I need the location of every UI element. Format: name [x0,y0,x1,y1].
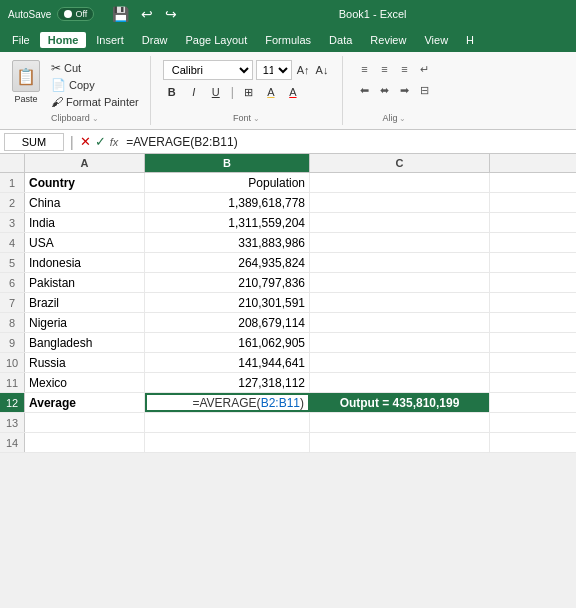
border-button[interactable]: ⊞ [240,83,258,101]
cell-a[interactable]: Nigeria [25,313,145,332]
bold-button[interactable]: B [163,83,181,101]
font-expand-icon[interactable]: ⌄ [253,114,260,123]
undo-icon[interactable]: ↩ [141,6,153,22]
cell-a[interactable] [25,413,145,432]
menu-review[interactable]: Review [362,32,414,48]
col-header-b[interactable]: B [145,154,310,172]
cell-c[interactable] [310,173,490,192]
menu-data[interactable]: Data [321,32,360,48]
align-top-center-button[interactable]: ≡ [375,60,393,78]
row-number: 1 [0,173,25,192]
row-num-header [0,154,25,172]
clipboard-group: 📋 Paste ✂ Cut 📄 Copy 🖌 Format Painter [8,56,151,125]
cell-b[interactable]: 141,944,641 [145,353,310,372]
align-top-right-button[interactable]: ≡ [395,60,413,78]
format-painter-button[interactable]: 🖌 Format Painter [48,94,142,110]
cell-a[interactable] [25,433,145,452]
cell-b[interactable]: 208,679,114 [145,313,310,332]
font-name-select[interactable]: Calibri [163,60,253,80]
table-row: 6Pakistan210,797,836 [0,273,576,293]
cell-b[interactable]: 1,311,559,204 [145,213,310,232]
redo-icon[interactable]: ↪ [165,6,177,22]
cell-a[interactable]: Russia [25,353,145,372]
cell-b[interactable]: 161,062,905 [145,333,310,352]
italic-button[interactable]: I [185,83,203,101]
copy-label: Copy [69,79,95,91]
font-shrink-button[interactable]: A↓ [314,64,331,76]
cell-c[interactable] [310,433,490,452]
save-icon[interactable]: 💾 [112,6,129,22]
cell-c[interactable] [310,353,490,372]
align-left-button[interactable]: ⬅ [355,81,373,99]
copy-button[interactable]: 📄 Copy [48,77,142,93]
cell-c[interactable] [310,193,490,212]
wrap-text-button[interactable]: ↵ [415,60,433,78]
align-area: ≡ ≡ ≡ ↵ ⬅ ⬌ ➡ ⊟ [351,58,437,101]
cell-b[interactable] [145,433,310,452]
cell-a[interactable]: Mexico [25,373,145,392]
cell-a[interactable]: Pakistan [25,273,145,292]
menu-file[interactable]: File [4,32,38,48]
font-group-label: Font ⌄ [233,113,260,125]
merge-button[interactable]: ⊟ [415,81,433,99]
align-center-button[interactable]: ⬌ [375,81,393,99]
name-box[interactable] [4,133,64,151]
menu-h[interactable]: H [458,32,482,48]
cell-a[interactable]: Indonesia [25,253,145,272]
cell-b[interactable]: =AVERAGE(B2:B11) [145,393,310,412]
cell-a[interactable]: USA [25,233,145,252]
cell-b[interactable]: 1,389,618,778 [145,193,310,212]
table-row: 7Brazil210,301,591 [0,293,576,313]
cell-a[interactable]: Average [25,393,145,412]
cell-c[interactable] [310,253,490,272]
cell-b[interactable]: 264,935,824 [145,253,310,272]
cell-a[interactable]: India [25,213,145,232]
clipboard-label-text: Clipboard [51,113,90,123]
cell-b[interactable]: 210,797,836 [145,273,310,292]
clipboard-expand-icon[interactable]: ⌄ [92,114,99,123]
align-right-button[interactable]: ➡ [395,81,413,99]
cell-b[interactable] [145,413,310,432]
cell-a[interactable]: Country [25,173,145,192]
alignment-expand-icon[interactable]: ⌄ [399,114,406,123]
cell-c[interactable] [310,313,490,332]
font-grow-button[interactable]: A↑ [295,64,312,76]
cancel-formula-icon[interactable]: ✕ [80,134,91,149]
cut-label: Cut [64,62,81,74]
col-header-c[interactable]: C [310,154,490,172]
menu-insert[interactable]: Insert [88,32,132,48]
menu-home[interactable]: Home [40,32,87,48]
title-bar-icons: 💾 ↩ ↪ [112,6,177,22]
formula-input[interactable] [122,135,572,149]
cell-c[interactable] [310,213,490,232]
cell-c[interactable] [310,413,490,432]
menu-formulas[interactable]: Formulas [257,32,319,48]
cell-c[interactable] [310,333,490,352]
cell-b[interactable]: 127,318,112 [145,373,310,392]
font-color-button[interactable]: A [284,83,302,101]
cut-button[interactable]: ✂ Cut [48,60,142,76]
align-top-left-button[interactable]: ≡ [355,60,373,78]
paste-button[interactable]: 📋 Paste [8,58,44,106]
menu-page-layout[interactable]: Page Layout [177,32,255,48]
cell-a[interactable]: China [25,193,145,212]
cell-b[interactable]: 210,301,591 [145,293,310,312]
cell-a[interactable]: Bangladesh [25,333,145,352]
cell-c[interactable] [310,373,490,392]
fill-color-button[interactable]: A [262,83,280,101]
underline-button[interactable]: U [207,83,225,101]
cell-a[interactable]: Brazil [25,293,145,312]
autosave-toggle[interactable]: Off [57,7,94,21]
cell-c[interactable]: Output = 435,810,199 [310,393,490,412]
table-row: 3India1,311,559,204 [0,213,576,233]
cell-c[interactable] [310,233,490,252]
menu-view[interactable]: View [416,32,456,48]
menu-draw[interactable]: Draw [134,32,176,48]
cell-b[interactable]: Population [145,173,310,192]
cell-c[interactable] [310,293,490,312]
col-header-a[interactable]: A [25,154,145,172]
cell-b[interactable]: 331,883,986 [145,233,310,252]
confirm-formula-icon[interactable]: ✓ [95,134,106,149]
font-size-select[interactable]: 11 [256,60,292,80]
cell-c[interactable] [310,273,490,292]
